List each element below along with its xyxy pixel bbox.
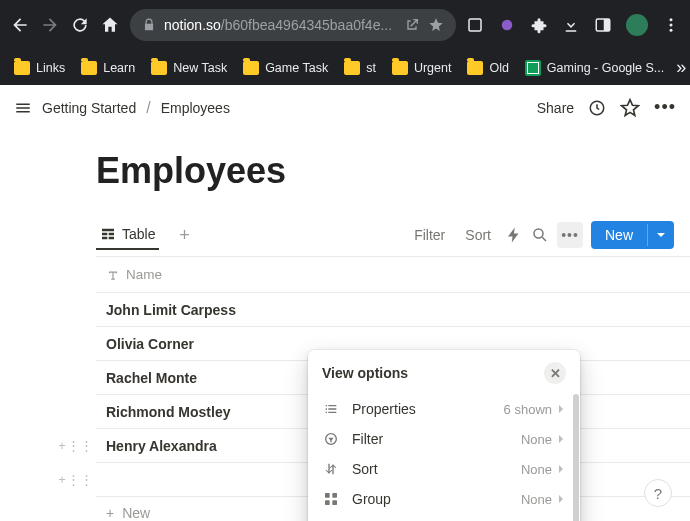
row-handles: + ⋮⋮ xyxy=(54,438,88,454)
option-properties[interactable]: Properties 6 shown xyxy=(308,394,580,424)
svg-rect-14 xyxy=(332,500,337,505)
row-handles: + ⋮⋮ xyxy=(54,472,88,488)
option-filter[interactable]: Filter None xyxy=(308,424,580,454)
app-topbar: Getting Started / Employees Share ••• xyxy=(0,85,690,130)
home-button[interactable] xyxy=(100,15,120,35)
bolt-icon[interactable] xyxy=(505,226,523,244)
address-bar[interactable]: notion.so/b60fbea4964345baa0f4e... xyxy=(130,9,456,41)
bookmark-item[interactable]: Old xyxy=(463,59,512,77)
folder-icon xyxy=(14,61,30,75)
download-icon[interactable] xyxy=(562,16,580,34)
svg-rect-11 xyxy=(325,493,330,498)
favorite-star-icon[interactable] xyxy=(620,98,640,118)
bookmark-star-icon[interactable] xyxy=(428,17,444,33)
svg-point-6 xyxy=(670,24,673,27)
search-icon[interactable] xyxy=(531,226,549,244)
bookmarks-overflow-icon[interactable]: » xyxy=(676,57,686,78)
svg-point-1 xyxy=(502,20,513,31)
svg-rect-0 xyxy=(469,19,481,31)
sort-button[interactable]: Sort xyxy=(459,223,497,247)
view-tab-table[interactable]: Table xyxy=(96,220,159,250)
view-more-button[interactable]: ••• xyxy=(557,222,583,248)
popover-title: View options xyxy=(322,365,408,381)
filter-button[interactable]: Filter xyxy=(408,223,451,247)
folder-icon xyxy=(243,61,259,75)
svg-rect-3 xyxy=(604,19,610,31)
browser-actions xyxy=(466,14,680,36)
add-view-button[interactable]: + xyxy=(173,224,195,246)
svg-rect-13 xyxy=(325,500,330,505)
svg-point-5 xyxy=(670,18,673,21)
close-icon[interactable]: ✕ xyxy=(544,362,566,384)
svg-point-9 xyxy=(534,229,543,238)
bookmarks-bar: Links Learn New Task Game Task st Urgent… xyxy=(0,50,690,85)
breadcrumb-current[interactable]: Employees xyxy=(161,100,230,116)
bookmark-item[interactable]: New Task xyxy=(147,59,231,77)
extension-icon-2[interactable] xyxy=(498,16,516,34)
column-header-name[interactable]: Name xyxy=(96,267,386,282)
bookmark-item[interactable]: Game Task xyxy=(239,59,332,77)
back-button[interactable] xyxy=(10,15,30,35)
breadcrumb-root[interactable]: Getting Started xyxy=(42,100,136,116)
view-bar: Table + Filter Sort ••• New xyxy=(96,220,690,250)
clock-icon[interactable] xyxy=(588,99,606,117)
group-icon xyxy=(322,490,340,508)
filter-icon xyxy=(322,430,340,448)
sheets-icon xyxy=(525,60,541,76)
plus-icon: + xyxy=(106,505,114,521)
table-header-row: Name xyxy=(96,257,690,293)
panel-icon[interactable] xyxy=(594,16,612,34)
bookmark-item[interactable]: Urgent xyxy=(388,59,456,77)
svg-point-7 xyxy=(670,29,673,32)
bookmark-item[interactable]: Gaming - Google S... xyxy=(521,58,668,78)
folder-icon xyxy=(392,61,408,75)
forward-button[interactable] xyxy=(40,15,60,35)
topbar-actions: Share ••• xyxy=(537,97,676,118)
popover-list: Properties 6 shown Filter None Sort None… xyxy=(308,388,580,521)
bookmark-item[interactable]: st xyxy=(340,59,380,77)
menu-icon[interactable] xyxy=(14,99,32,117)
notion-app: Getting Started / Employees Share ••• Em… xyxy=(0,85,690,521)
extension-icon[interactable] xyxy=(466,16,484,34)
text-type-icon xyxy=(106,268,120,282)
extensions-puzzle-icon[interactable] xyxy=(530,16,548,34)
folder-icon xyxy=(151,61,167,75)
folder-icon xyxy=(81,61,97,75)
breadcrumb-separator: / xyxy=(146,99,150,117)
share-url-icon[interactable] xyxy=(404,17,420,33)
page-title[interactable]: Employees xyxy=(96,150,690,192)
option-group[interactable]: Group None xyxy=(308,484,580,514)
table-icon xyxy=(100,226,116,242)
option-sort[interactable]: Sort None xyxy=(308,454,580,484)
option-subitems[interactable]: Sub-items Off xyxy=(308,514,580,521)
browser-chrome: notion.so/b60fbea4964345baa0f4e... Links… xyxy=(0,0,690,85)
page-more-icon[interactable]: ••• xyxy=(654,97,676,118)
share-button[interactable]: Share xyxy=(537,100,574,116)
lock-icon xyxy=(142,18,156,32)
svg-point-4 xyxy=(631,19,643,31)
svg-rect-12 xyxy=(332,493,337,498)
chrome-menu-icon[interactable] xyxy=(662,16,680,34)
folder-icon xyxy=(344,61,360,75)
bookmark-item[interactable]: Links xyxy=(10,59,69,77)
table-row[interactable]: John Limit Carpess xyxy=(96,293,690,327)
folder-icon xyxy=(467,61,483,75)
properties-icon xyxy=(322,400,340,418)
browser-toolbar: notion.so/b60fbea4964345baa0f4e... xyxy=(0,0,690,50)
sort-icon xyxy=(322,460,340,478)
view-options-popover: View options ✕ Properties 6 shown Filter… xyxy=(308,350,580,521)
cell-name[interactable]: John Limit Carpess xyxy=(96,302,386,318)
help-button[interactable]: ? xyxy=(644,479,672,507)
reload-button[interactable] xyxy=(70,15,90,35)
popover-header: View options ✕ xyxy=(308,350,580,388)
bookmark-item[interactable]: Learn xyxy=(77,59,139,77)
drag-handle-icon[interactable]: ⋮⋮ xyxy=(72,438,88,454)
profile-avatar[interactable] xyxy=(626,14,648,36)
new-dropdown-icon[interactable] xyxy=(647,224,674,246)
url-text: notion.so/b60fbea4964345baa0f4e... xyxy=(164,17,396,33)
drag-handle-icon[interactable]: ⋮⋮ xyxy=(72,472,88,488)
new-button[interactable]: New xyxy=(591,221,674,249)
